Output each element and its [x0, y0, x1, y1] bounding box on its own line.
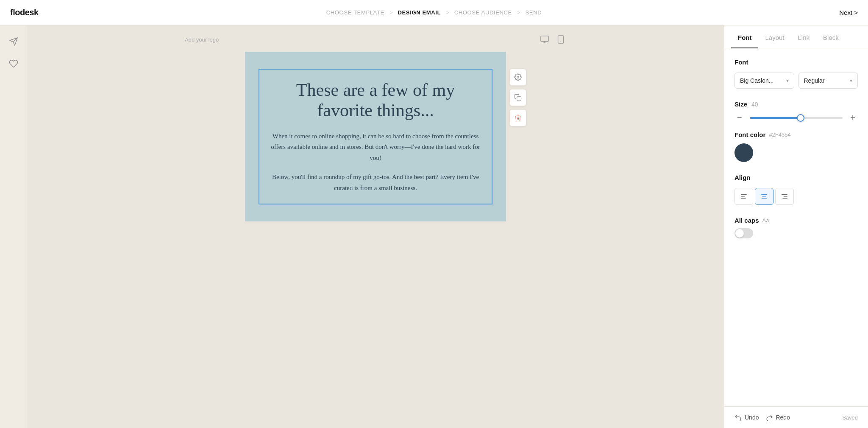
allcaps-row: All caps Aa: [734, 217, 858, 224]
canvas-area: Add your logo These are a few of my favo…: [27, 25, 724, 428]
size-decrease-button[interactable]: −: [734, 113, 745, 123]
size-slider-thumb[interactable]: [797, 114, 804, 122]
size-slider-fill: [750, 117, 801, 119]
allcaps-sublabel: Aa: [762, 217, 769, 224]
size-value: 40: [751, 101, 758, 108]
font-family-select[interactable]: Big Caslon... ▾: [734, 73, 794, 89]
breadcrumb-choose-template[interactable]: CHOOSE TEMPLATE: [326, 9, 384, 16]
align-center-button[interactable]: [755, 188, 773, 205]
body-text-2[interactable]: Below, you'll find a roundup of my gift …: [270, 172, 481, 193]
main-layout: Add your logo These are a few of my favo…: [0, 25, 868, 428]
heart-icon[interactable]: [8, 58, 19, 70]
size-section: Size 40 − +: [734, 101, 858, 123]
color-hex-value: #2F4354: [769, 131, 790, 138]
size-increase-button[interactable]: +: [848, 113, 858, 123]
allcaps-toggle-thumb: [735, 229, 744, 238]
headline-text[interactable]: These are a few of my favorite things...: [270, 80, 481, 121]
redo-button[interactable]: Redo: [765, 414, 790, 421]
svg-rect-1: [558, 36, 564, 43]
settings-button[interactable]: [509, 69, 526, 86]
font-section: Font Big Caslon... ▾ Regular ▾: [734, 59, 858, 89]
size-label: Size: [734, 101, 747, 108]
tab-block[interactable]: Block: [816, 25, 846, 48]
saved-status: Saved: [842, 414, 858, 421]
allcaps-section: All caps Aa: [734, 217, 858, 238]
panel-tabs: Font Layout Link Block: [724, 25, 868, 48]
allcaps-toggle[interactable]: [734, 228, 753, 238]
block-actions: [509, 69, 526, 126]
duplicate-button[interactable]: [509, 89, 526, 106]
undo-button[interactable]: Undo: [734, 414, 759, 421]
left-sidebar: [0, 25, 27, 428]
brand-logo: flodesk: [10, 8, 39, 17]
svg-rect-2: [517, 97, 521, 101]
send-icon[interactable]: [8, 36, 19, 48]
next-button[interactable]: Next >: [839, 9, 858, 16]
tab-font[interactable]: Font: [731, 25, 758, 48]
font-selects: Big Caslon... ▾ Regular ▾: [734, 73, 858, 89]
tab-link[interactable]: Link: [791, 25, 817, 48]
panel-content: Font Big Caslon... ▾ Regular ▾ Size 40: [724, 48, 868, 406]
breadcrumb: CHOOSE TEMPLATE > DESIGN EMAIL > CHOOSE …: [326, 9, 542, 16]
font-color-section: Font color #2F4354: [734, 131, 858, 162]
align-right-button[interactable]: [775, 188, 794, 205]
text-block[interactable]: These are a few of my favorite things...…: [259, 69, 492, 204]
size-controls: − +: [734, 113, 858, 123]
breadcrumb-send[interactable]: SEND: [526, 9, 542, 16]
allcaps-label: All caps: [734, 217, 759, 224]
email-block: These are a few of my favorite things...…: [245, 52, 506, 221]
view-toggle: [539, 34, 566, 45]
delete-button[interactable]: [509, 109, 526, 126]
breadcrumb-design-email[interactable]: DESIGN EMAIL: [398, 9, 441, 16]
font-style-chevron: ▾: [850, 78, 852, 84]
right-panel: Font Layout Link Block Font Big Caslon..…: [724, 25, 868, 428]
mobile-view-icon[interactable]: [555, 34, 566, 45]
breadcrumb-choose-audience[interactable]: CHOOSE AUDIENCE: [454, 9, 512, 16]
color-swatch[interactable]: [734, 143, 753, 162]
size-slider-track[interactable]: [750, 117, 843, 119]
svg-rect-0: [541, 36, 548, 42]
desktop-view-icon[interactable]: [539, 34, 550, 45]
color-label-row: Font color #2F4354: [734, 131, 858, 138]
align-section: Align: [734, 174, 858, 205]
top-nav: flodesk CHOOSE TEMPLATE > DESIGN EMAIL >…: [0, 0, 868, 25]
add-logo-label[interactable]: Add your logo: [185, 36, 219, 43]
email-container: These are a few of my favorite things...…: [245, 52, 506, 221]
font-family-chevron: ▾: [786, 78, 789, 84]
align-label: Align: [734, 174, 858, 181]
body-text-1[interactable]: When it comes to online shopping, it can…: [270, 131, 481, 164]
tab-layout[interactable]: Layout: [758, 25, 791, 48]
align-left-button[interactable]: [734, 188, 753, 205]
undo-redo-group: Undo Redo: [734, 414, 790, 421]
font-style-select[interactable]: Regular ▾: [798, 73, 858, 89]
panel-bottom: Undo Redo Saved: [724, 406, 868, 428]
color-label: Font color: [734, 131, 765, 138]
font-section-label: Font: [734, 59, 858, 66]
canvas-top-bar: Add your logo: [185, 34, 566, 45]
align-buttons: [734, 188, 858, 205]
